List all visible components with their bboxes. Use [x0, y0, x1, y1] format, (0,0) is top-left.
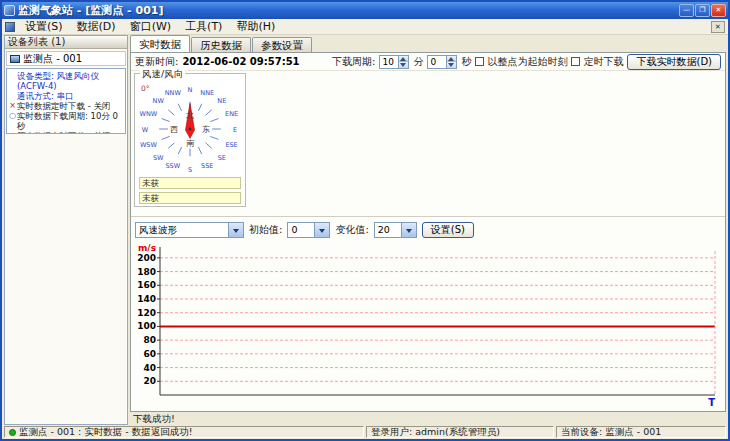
device-list-sidebar: 设备列表 (1) 监测点 - 001 设备类型: 风速风向仪 (ACFW-4) …	[4, 35, 128, 425]
svg-text:80: 80	[143, 335, 156, 345]
svg-text:SW: SW	[153, 154, 164, 162]
statusbar: 监测点 - 001 : 实时数据 - 数据返回成功! 登录用户: admin(系…	[2, 425, 728, 439]
menu-settings[interactable]: 设置(S)	[18, 19, 70, 35]
x-mark-icon: ×	[8, 101, 17, 111]
app-icon	[4, 5, 15, 16]
maximize-button[interactable]: ❐	[695, 4, 710, 17]
align-start-label: 以整点为起始时刻	[487, 55, 567, 69]
svg-text:40: 40	[143, 363, 156, 373]
svg-text:S: S	[188, 166, 192, 174]
down-arrow-icon[interactable]	[447, 61, 456, 68]
down-arrow-icon[interactable]	[399, 61, 408, 68]
chart-settings-button[interactable]: 设置(S)	[422, 222, 474, 238]
chart-controls: 风速波形 初始值: 0 变化值: 20 设置(S)	[135, 220, 721, 239]
svg-text:南: 南	[186, 139, 195, 148]
delta-value-select[interactable]: 20	[374, 222, 417, 238]
svg-text:ESE: ESE	[225, 141, 237, 149]
svg-text:NE: NE	[217, 97, 226, 105]
history-timer-line: ×历史数据定时下载 - 关闭	[8, 131, 124, 134]
svg-text:180: 180	[137, 267, 156, 277]
wind-speed-direction-group: 风速/风向 NNNENEENEEESESESSESSSWSWWSWWWNWNWN…	[134, 73, 246, 207]
wind-group-title: 风速/风向	[140, 68, 185, 81]
mdi-close-button[interactable]: ✕	[711, 21, 725, 33]
align-start-checkbox[interactable]: 以整点为起始时刻	[475, 55, 567, 69]
close-button[interactable]: ✕	[711, 4, 726, 17]
svg-text:60: 60	[143, 349, 156, 359]
wind-compass: NNNENEENEEESESESSESSSWSWWSWWWNWNWNNW北南东西…	[138, 81, 242, 173]
menu-window[interactable]: 窗口(W)	[123, 19, 178, 35]
window-title: 监测气象站 - [监测点 - 001]	[18, 3, 676, 18]
separator	[131, 216, 725, 217]
svg-text:北: 北	[185, 111, 194, 120]
svg-text:T: T	[708, 397, 715, 408]
svg-text:m/s: m/s	[138, 243, 156, 253]
download-realtime-button[interactable]: 下载实时数据(D)	[627, 54, 721, 70]
menubar: 设置(S) 数据(D) 窗口(W) 工具(T) 帮助(H) ✕	[2, 19, 728, 35]
checkbox-icon	[475, 57, 484, 66]
seconds-spinner[interactable]: 0	[427, 55, 457, 69]
tab-parameter-settings[interactable]: 参数设置	[252, 37, 312, 52]
x-mark-icon: ×	[8, 131, 17, 134]
info-text: 历史数据定时下载 - 关闭	[17, 131, 110, 134]
svg-text:NW: NW	[153, 97, 165, 105]
dropdown-arrow-icon	[228, 223, 243, 237]
update-time-label: 更新时间:	[135, 55, 178, 69]
svg-text:SE: SE	[218, 154, 226, 162]
initial-value-label: 初始值:	[249, 223, 282, 237]
main-area: 实时数据 历史数据 参数设置 更新时间: 2012-06-02 09:57:51…	[130, 35, 726, 425]
svg-text:140: 140	[137, 294, 156, 304]
waveform-select[interactable]: 风速波形	[135, 222, 244, 238]
delta-value: 20	[375, 223, 401, 237]
tab-realtime-data[interactable]: 实时数据	[130, 35, 190, 52]
minutes-unit-label: 分	[413, 55, 423, 69]
svg-text:E: E	[233, 126, 237, 134]
svg-text:西: 西	[170, 125, 178, 134]
download-period-label: 下载周期:	[332, 55, 375, 69]
timed-download-label: 定时下载	[583, 55, 623, 69]
app-window: 监测气象站 - [监测点 - 001] — ❐ ✕ 设置(S) 数据(D) 窗口…	[0, 0, 730, 441]
svg-text:NNW: NNW	[165, 89, 182, 97]
realtime-data-panel: 更新时间: 2012-06-02 09:57:51 下载周期: 10 分 0 秒	[130, 52, 726, 412]
timed-download-checkbox[interactable]: 定时下载	[571, 55, 623, 69]
menu-tools[interactable]: 工具(T)	[178, 19, 229, 35]
info-text: 通讯方式: 串口	[17, 91, 74, 101]
status-cell-left: 监测点 - 001 : 实时数据 - 数据返回成功!	[4, 426, 364, 438]
tree-node-device[interactable]: 监测点 - 001	[23, 52, 82, 66]
minutes-spinner[interactable]: 10	[379, 55, 409, 69]
mdi-child-icon[interactable]	[5, 22, 15, 32]
device-type-line: 设备类型: 风速风向仪 (ACFW-4)	[8, 71, 124, 91]
tab-history-data[interactable]: 历史数据	[191, 37, 251, 52]
svg-text:SSW: SSW	[165, 162, 180, 170]
menu-data[interactable]: 数据(D)	[70, 19, 123, 35]
status-ok-dot-icon	[9, 429, 16, 436]
device-icon	[10, 55, 20, 63]
titlebar: 监测气象站 - [监测点 - 001] — ❐ ✕	[2, 2, 728, 19]
download-status-text: 下载成功!	[130, 412, 726, 425]
menu-help[interactable]: 帮助(H)	[229, 19, 282, 35]
svg-text:WSW: WSW	[140, 141, 158, 149]
device-info-box: 设备类型: 风速风向仪 (ACFW-4) 通讯方式: 串口 ×实时数据定时下载 …	[6, 68, 126, 134]
status-user-text: 登录用户: admin(系统管理员)	[366, 426, 554, 438]
tabstrip: 实时数据 历史数据 参数设置	[130, 35, 313, 52]
wind-speed-value: 未获	[139, 177, 241, 189]
circle-mark-icon: ○	[8, 111, 17, 121]
dropdown-arrow-icon	[401, 223, 416, 237]
initial-value-select[interactable]: 0	[287, 222, 330, 238]
wind-direction-value: 未获	[139, 192, 241, 204]
realtime-period-line: ○实时数据下载周期: 10分 0秒	[8, 111, 124, 131]
svg-text:W: W	[142, 126, 149, 134]
content-area: 设备列表 (1) 监测点 - 001 设备类型: 风速风向仪 (ACFW-4) …	[2, 35, 728, 425]
svg-text:东: 东	[202, 125, 210, 134]
svg-text:20: 20	[143, 376, 156, 386]
comm-mode-line: 通讯方式: 串口	[8, 91, 124, 101]
status-left-text: 监测点 - 001 : 实时数据 - 数据返回成功!	[19, 426, 193, 438]
seconds-unit-label: 秒	[461, 55, 471, 69]
minimize-button[interactable]: —	[679, 4, 694, 17]
svg-text:NNE: NNE	[200, 89, 214, 97]
svg-text:100: 100	[137, 321, 156, 331]
svg-text:160: 160	[137, 280, 156, 290]
device-tree: 监测点 - 001	[6, 51, 126, 66]
minutes-value: 10	[380, 56, 398, 68]
spinner-arrows	[398, 56, 408, 68]
svg-text:N: N	[188, 86, 193, 94]
